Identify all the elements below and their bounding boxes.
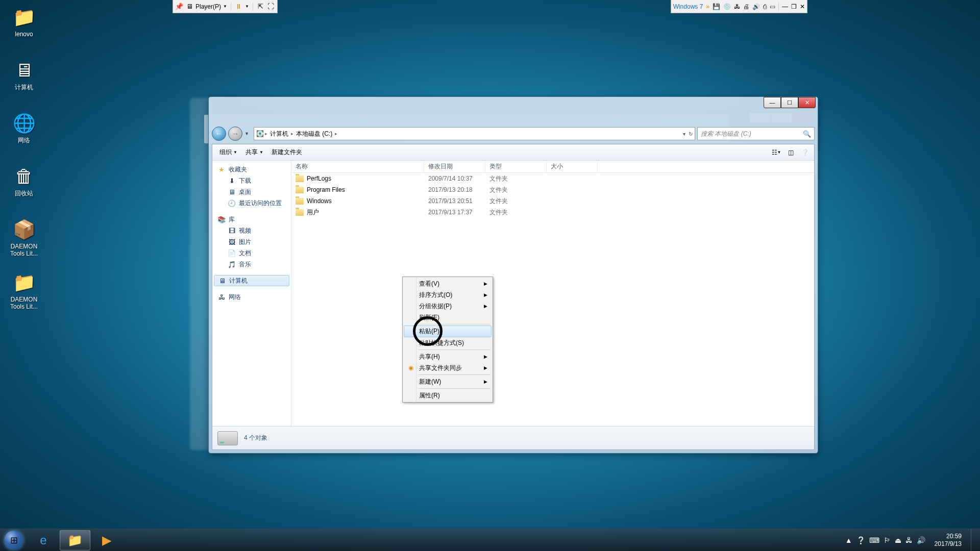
file-list[interactable]: 名称 修改日期 类型 大小 PerfLogs 2009/7/14 10:37 文… <box>291 161 814 426</box>
toolbar-new-folder[interactable]: 新建文件夹 <box>268 146 305 158</box>
refresh-icon[interactable]: ↻ <box>689 131 693 137</box>
taskbar-clock[interactable]: 20:59 2017/9/13 <box>930 533 966 548</box>
crumb-sep-icon[interactable]: ▸ <box>264 131 268 136</box>
vm-player-menu[interactable]: Player(P) <box>195 3 221 10</box>
sidebar-network[interactable]: 🖧网络 <box>212 291 291 303</box>
start-button[interactable]: ⊞ <box>0 529 28 552</box>
context-menu-refresh[interactable]: 刷新(E) <box>404 312 492 323</box>
vm-player-toolbar-right: Windows 7 » 💾 💿 🖧 🖨 🔊 ⎙ ▭ — ❐ ✕ <box>671 0 807 13</box>
submenu-arrow-icon: ▶ <box>484 379 487 384</box>
submenu-arrow-icon: ▶ <box>484 304 487 309</box>
sidebar-item-documents[interactable]: 📄文档 <box>212 247 291 259</box>
context-menu-share[interactable]: 共享(H)▶ <box>404 351 492 362</box>
search-input[interactable]: 搜索 本地磁盘 (C:) 🔍 <box>697 127 815 140</box>
vm-device-icon[interactable]: ⎙ <box>763 3 767 10</box>
address-dropdown-icon[interactable]: ▾ <box>683 131 685 137</box>
vm-player-toolbar-left[interactable]: 📌 🖥 Player(P) ▼ ⏸ ▼ ⇱ ⛶ <box>173 0 278 13</box>
vm-screen-icon[interactable]: 🖥 <box>185 3 193 11</box>
preview-pane-button[interactable]: ◫ <box>786 147 796 158</box>
sidebar-item-downloads[interactable]: ⬇下载 <box>212 175 291 186</box>
file-row[interactable]: Windows 2017/9/13 20:51 文件夹 <box>291 195 814 207</box>
desktop-icon-computer[interactable]: 🖥 计算机 <box>4 58 44 91</box>
taskbar-pin-media-player[interactable]: ▶ <box>91 530 122 550</box>
taskbar-pin-explorer[interactable]: 📁 <box>60 530 90 550</box>
file-row[interactable]: PerfLogs 2009/7/14 10:37 文件夹 <box>291 173 814 184</box>
sidebar-item-pictures[interactable]: 🖼图片 <box>212 236 291 247</box>
sidebar-item-desktop[interactable]: 🖥桌面 <box>212 186 291 197</box>
vm-pin-icon[interactable]: 📌 <box>175 3 183 11</box>
context-menu-group[interactable]: 分组依据(P)▶ <box>404 300 492 312</box>
breadcrumb-drive[interactable]: 本地磁盘 (C:) <box>295 130 334 138</box>
file-row[interactable]: 用户 2017/9/13 17:37 文件夹 <box>291 207 814 218</box>
nav-forward-button[interactable]: → <box>228 127 242 141</box>
vm-fullscreen-icon[interactable]: ⛶ <box>267 3 275 11</box>
explorer-statusbar: 4 个对象 <box>212 426 814 449</box>
explorer-window: — ☐ ✕ ← → ▼ 💽 ▸ 计算机 ▸ 本地磁盘 (C:) ▸ ▾ ↻ 搜索… <box>208 96 818 454</box>
tray-help-icon[interactable]: ❔ <box>856 536 865 544</box>
context-menu-paste-shortcut[interactable]: 粘贴快捷方式(S) <box>404 337 492 348</box>
search-icon[interactable]: 🔍 <box>803 130 811 138</box>
context-menu-view[interactable]: 查看(V)▶ <box>404 278 492 289</box>
tray-lang-icon[interactable]: ⌨ <box>869 536 879 544</box>
address-bar[interactable]: 💽 ▸ 计算机 ▸ 本地磁盘 (C:) ▸ ▾ ↻ <box>254 127 695 140</box>
breadcrumb-computer[interactable]: 计算机 <box>268 130 290 138</box>
column-size[interactable]: 大小 <box>547 161 598 172</box>
vm-device-icon[interactable]: 💾 <box>713 3 720 10</box>
desktop-icon-daemon-tools-2[interactable]: 📁 DAEMON Tools Lit... <box>4 270 44 310</box>
sidebar-library[interactable]: 📚库 <box>212 214 291 225</box>
submenu-arrow-icon: ▶ <box>484 281 487 286</box>
column-name[interactable]: 名称 <box>291 161 424 172</box>
view-mode-button[interactable]: ☷ ▼ <box>771 147 781 158</box>
vm-restore-icon[interactable]: ❐ <box>791 3 797 10</box>
desktop-icon-network[interactable]: 🌐 网络 <box>4 111 44 144</box>
download-icon: ⬇ <box>228 177 236 185</box>
sidebar-favorites[interactable]: ★收藏夹 <box>212 164 291 175</box>
context-menu-new[interactable]: 新建(W)▶ <box>404 376 492 387</box>
context-menu-properties[interactable]: 属性(R) <box>404 390 492 401</box>
tray-overflow-icon[interactable]: ▲ <box>845 536 852 544</box>
maximize-button[interactable]: ☐ <box>781 97 798 108</box>
desktop-icon-daemon-tools-1[interactable]: 📦 DAEMON Tools Lit... <box>4 217 44 257</box>
tray-action-center-icon[interactable]: 🏳 <box>884 536 891 544</box>
desktop-icon: 🖥 <box>228 188 236 196</box>
context-menu-sync[interactable]: ◉共享文件夹同步▶ <box>404 362 492 373</box>
vm-os-label: Windows 7 <box>673 3 703 10</box>
toolbar-share[interactable]: 共享▼ <box>242 146 266 158</box>
close-button[interactable]: ✕ <box>798 97 816 108</box>
taskbar-pin-ie[interactable]: e <box>28 530 59 550</box>
nav-back-button[interactable]: ← <box>212 127 226 141</box>
tray-usb-icon[interactable]: ⏏ <box>895 536 901 544</box>
vm-device-icon[interactable]: 💿 <box>723 3 731 10</box>
toolbar-organize[interactable]: 组织▼ <box>216 146 240 158</box>
help-button[interactable]: ❔ <box>800 147 810 158</box>
vm-close-icon[interactable]: ✕ <box>800 3 805 10</box>
context-menu-sort[interactable]: 排序方式(O)▶ <box>404 289 492 300</box>
nav-history-dropdown[interactable]: ▼ <box>244 131 252 136</box>
minimize-button[interactable]: — <box>764 97 781 108</box>
show-desktop-button[interactable] <box>971 529 978 552</box>
sidebar-computer[interactable]: 🖥计算机 <box>214 275 289 286</box>
tray-volume-icon[interactable]: 🔊 <box>917 536 925 544</box>
vm-minimize-icon[interactable]: — <box>782 3 788 10</box>
explorer-titlebar[interactable]: — ☐ ✕ ← → ▼ 💽 ▸ 计算机 ▸ 本地磁盘 (C:) ▸ ▾ ↻ 搜索… <box>209 97 818 123</box>
crumb-sep-icon[interactable]: ▸ <box>334 131 338 136</box>
vm-pause-icon[interactable]: ⏸ <box>235 3 243 11</box>
vm-device-icon[interactable]: ▭ <box>770 3 775 10</box>
file-row[interactable]: Program Files 2017/9/13 20:18 文件夹 <box>291 184 814 195</box>
vm-device-icon[interactable]: 🖨 <box>743 3 749 10</box>
sidebar-item-videos[interactable]: 🎞视频 <box>212 225 291 236</box>
vm-device-icon[interactable]: 🔊 <box>752 3 760 10</box>
sidebar-item-recent[interactable]: 🕘最近访问的位置 <box>212 197 291 209</box>
vm-device-icon[interactable]: 🖧 <box>734 3 740 10</box>
column-date[interactable]: 修改日期 <box>424 161 485 172</box>
sidebar-item-music[interactable]: 🎵音乐 <box>212 259 291 270</box>
desktop-icon-lenovo[interactable]: 📁 lenovo <box>4 5 44 38</box>
context-menu-paste[interactable]: 粘贴(P) <box>404 325 492 337</box>
crumb-sep-icon[interactable]: ▸ <box>290 131 295 136</box>
file-list-header[interactable]: 名称 修改日期 类型 大小 <box>291 161 814 173</box>
desktop-icon-recycle-bin[interactable]: 🗑 回收站 <box>4 164 44 197</box>
tray-network-icon[interactable]: 🖧 <box>905 536 913 544</box>
column-type[interactable]: 类型 <box>485 161 547 172</box>
vm-send-icon[interactable]: ⇱ <box>257 3 265 11</box>
video-icon: 🎞 <box>228 227 236 235</box>
